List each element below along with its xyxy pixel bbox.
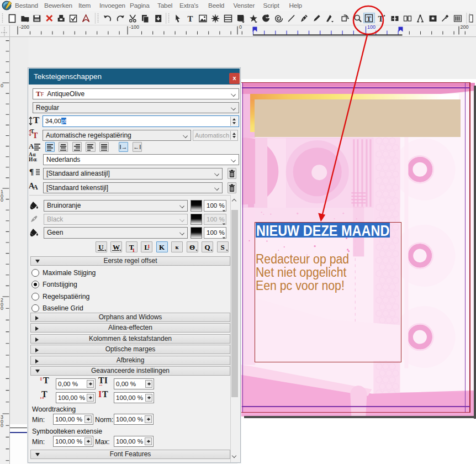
svg-text:T: T [367, 15, 371, 23]
svg-text:T: T [378, 14, 383, 23]
svg-text:T: T [187, 14, 193, 23]
